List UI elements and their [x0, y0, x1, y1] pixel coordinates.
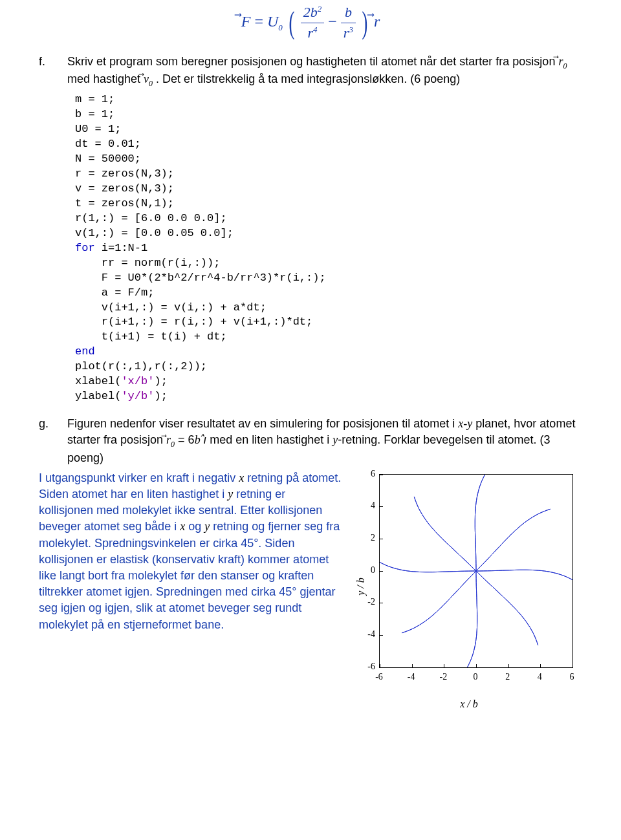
question-f: f. Skriv et program som beregner posisjo… — [39, 54, 582, 89]
item-body: Skriv et program som beregner posisjonen… — [67, 54, 582, 89]
answer-and-figure: I utgangspunkt virker en kraft i negativ… — [39, 470, 582, 703]
question-g: g. Figuren nedenfor viser resultatet av … — [39, 416, 582, 466]
item-body: Figuren nedenfor viser resultatet av en … — [67, 416, 582, 466]
item-letter: f. — [39, 54, 56, 89]
x-axis-label: x / b — [356, 697, 582, 711]
answer-text: I utgangspunkt virker en kraft i negativ… — [39, 470, 343, 633]
plot-area — [379, 474, 573, 668]
item-letter: g. — [39, 416, 56, 466]
trajectory-figure: y / b -6-4-20246 -6-4-20246 x / b — [356, 470, 582, 703]
force-equation: F = U0 ( 2b2 r4 − b r3 ) r — [39, 3, 582, 43]
matlab-code: m = 1; b = 1; U0 = 1; dt = 0.01; N = 500… — [75, 92, 582, 404]
